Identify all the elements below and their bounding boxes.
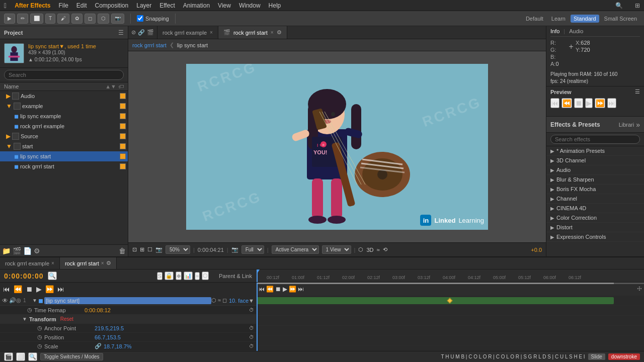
prop-val-scale[interactable]: 18.7,18.7%	[104, 343, 132, 349]
menu-view[interactable]: View	[218, 2, 231, 9]
breadcrumb-item-rock[interactable]: rock grrrl start	[132, 42, 167, 48]
tab-info[interactable]: Info	[550, 28, 559, 34]
tab-audio[interactable]: Audio	[569, 28, 583, 34]
ws-standard[interactable]: Standard	[571, 15, 599, 23]
project-menu-icon[interactable]: ☰	[118, 29, 124, 36]
library-tab[interactable]: Librari	[619, 122, 634, 128]
menu-file[interactable]: File	[58, 2, 68, 9]
tree-item-rock-start[interactable]: ◼ rock grrrl start	[0, 161, 128, 171]
menu-window[interactable]: Window	[239, 2, 261, 9]
pb-back-btn[interactable]: ⏪	[13, 285, 23, 293]
vc-camera-select[interactable]: Active Camera	[272, 245, 319, 254]
tl-keyframe-btn[interactable]: ◆	[176, 272, 182, 280]
menu-edit[interactable]: Edit	[76, 2, 87, 9]
tool-paint[interactable]: 🖌	[57, 14, 69, 24]
search-icon[interactable]: 🔍	[615, 2, 623, 9]
effects-cat-channel[interactable]: ▶ Channel	[546, 194, 644, 204]
tree-item-lipsync-example[interactable]: ◼ lip sync example	[0, 111, 128, 121]
tool-shape[interactable]: ⬜	[30, 14, 43, 24]
preview-menu-icon[interactable]: ☰	[635, 88, 640, 95]
tl-tab-rock-example[interactable]: rock grrrl example ×	[0, 257, 60, 269]
tl-new-comp-btn[interactable]: 🎬	[4, 352, 13, 361]
project-new-comp-btn[interactable]: 🎬	[13, 247, 21, 255]
vc-views-select[interactable]: 1 View	[322, 245, 351, 254]
vc-grid-btn[interactable]: ⊞	[140, 246, 144, 253]
vc-fit-btn[interactable]: ⊡	[132, 246, 137, 253]
tl-motion-blur-btn[interactable]: ≈	[195, 272, 200, 280]
tool-select[interactable]: ▶	[4, 14, 15, 24]
menu-grid-icon[interactable]: ⊞	[635, 2, 640, 9]
prop-stopwatch-scale[interactable]: ⏱	[249, 343, 254, 349]
effects-cat-audio[interactable]: ▶ Audio	[546, 165, 644, 175]
prop-stopwatch-pos[interactable]: ⏱	[249, 334, 254, 340]
tl-toggle-modes-btn[interactable]: Toggle Switches / Modes	[40, 353, 103, 360]
effects-cat-3d-channel[interactable]: ▶ 3D Channel	[546, 156, 644, 165]
effects-search-input[interactable]	[550, 135, 640, 144]
prev-last-btn[interactable]: ⏭	[607, 98, 616, 108]
pb-first-btn[interactable]: ⏮	[2, 285, 11, 293]
effects-cat-cinema4d[interactable]: ▶ CINEMA 4D	[546, 204, 644, 213]
effects-cat-expression[interactable]: ▶ Expression Controls	[546, 232, 644, 242]
project-delete-btn[interactable]: 🗑	[119, 247, 126, 255]
menu-effect[interactable]: Effect	[159, 2, 175, 9]
track-stop-btn[interactable]: ⏹	[275, 286, 281, 293]
tl-search-btn[interactable]: 🔍	[48, 272, 57, 280]
tl-tab-settings-icon[interactable]: ⚙	[106, 260, 111, 266]
comp-tab-start-close[interactable]: ×	[271, 30, 274, 35]
effects-cat-color-correction[interactable]: ▶ Color Correction	[546, 213, 644, 223]
tree-item-rock-example[interactable]: ◼ rock grrrl example	[0, 121, 128, 131]
prop-val-pos[interactable]: 66.7,153.5	[95, 334, 121, 340]
section-expand-transform[interactable]: ▼	[22, 316, 27, 322]
tl-tab-rock-start[interactable]: rock grrrl start × ⚙	[60, 257, 117, 269]
project-settings-btn[interactable]: ⚙	[34, 247, 40, 255]
app-name[interactable]: After Effects	[15, 2, 50, 9]
tree-item-audio[interactable]: ▶ Audio	[0, 91, 128, 101]
tl-solo-btn[interactable]: S	[157, 272, 163, 280]
tl-tab-rock-close[interactable]: ×	[51, 260, 54, 266]
prop-val-timeremap[interactable]: 0:00:08:12	[85, 307, 111, 313]
track-back-btn[interactable]: ⏪	[266, 286, 274, 293]
layer-expand-icon-1[interactable]: ▼	[32, 298, 37, 303]
vc-motion-blur-btn[interactable]: ≈	[377, 247, 380, 253]
tl-new-solid-btn[interactable]: ⬜	[16, 352, 25, 361]
prop-link-scale[interactable]: 🔗	[95, 343, 102, 349]
project-search-input[interactable]	[4, 70, 124, 80]
pb-play-btn[interactable]: ▶	[35, 285, 43, 293]
prev-first-btn[interactable]: ⏮	[550, 98, 559, 108]
menu-help[interactable]: Help	[269, 2, 281, 9]
comp-tab-rock-close[interactable]: ×	[210, 30, 213, 35]
ws-small-screen[interactable]: Small Screen	[601, 15, 640, 23]
menu-layer[interactable]: Layer	[136, 2, 151, 9]
vc-zoom-select[interactable]: 50%	[166, 245, 190, 254]
vc-3d-btn[interactable]: 3D	[366, 247, 373, 253]
comp-tab-settings-icon[interactable]: ⚙	[277, 29, 282, 36]
effects-expand-icon[interactable]: »	[636, 121, 640, 129]
tool-clone[interactable]: ✿	[71, 14, 83, 24]
layer-solo-icon-1[interactable]: ◎	[16, 297, 23, 304]
vc-safe-btn[interactable]: ☐	[147, 246, 152, 253]
prev-play-btn[interactable]: ▶	[585, 98, 593, 108]
tl-search-btn[interactable]: 🔍	[28, 352, 37, 361]
layer-vis-icon-1[interactable]: 👁	[2, 297, 9, 304]
vc-camera-icon[interactable]: 📷	[231, 246, 238, 253]
tool-text[interactable]: T	[45, 14, 55, 24]
tree-item-source[interactable]: ▶ Source	[0, 131, 128, 141]
layer-parent-1[interactable]: 10. face	[229, 298, 249, 304]
apple-logo-icon[interactable]: 	[4, 2, 7, 10]
prev-back-btn[interactable]: ⏪	[561, 98, 572, 108]
tree-item-example[interactable]: ▼ example	[0, 101, 128, 111]
effects-cat-distort[interactable]: ▶ Distort	[546, 223, 644, 232]
snapping-checkbox[interactable]	[137, 15, 143, 22]
ws-default[interactable]: Default	[523, 15, 546, 23]
tl-graph-btn[interactable]: 📊	[184, 272, 193, 280]
menu-animation[interactable]: Animation	[183, 2, 210, 9]
tree-item-start[interactable]: ▼ start	[0, 141, 128, 151]
prop-stopwatch-anchor[interactable]: ⏱	[249, 325, 254, 331]
pb-last-btn[interactable]: ⏭	[56, 285, 65, 293]
comp-tab-rock-start[interactable]: 🎬 rock grrrl start × ⚙	[218, 26, 287, 39]
vc-quality-select[interactable]: Full	[242, 245, 264, 254]
track-last-btn[interactable]: ⏭	[298, 286, 304, 293]
tl-tab-start-close[interactable]: ×	[101, 260, 104, 266]
prop-stopwatch-timeremap[interactable]: ⏱	[249, 307, 254, 313]
vc-snapshot-btn[interactable]: 📷	[155, 246, 163, 253]
